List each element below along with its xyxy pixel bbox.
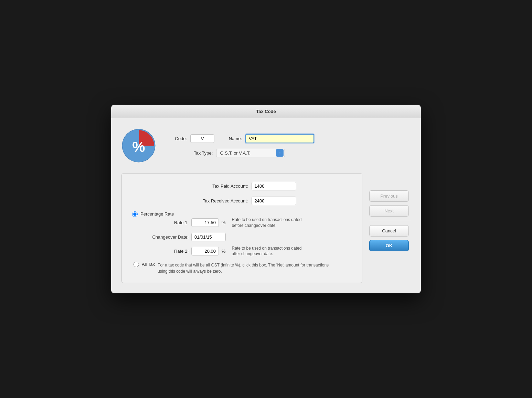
radio-section: Percentage Rate Rate 1: % Rate to be use…: [132, 211, 352, 274]
tax-paid-label: Tax Paid Account:: [188, 184, 248, 189]
name-label: Name:: [225, 136, 242, 141]
ok-button[interactable]: OK: [369, 240, 409, 251]
rate2-input[interactable]: [191, 247, 219, 255]
all-tax-radio[interactable]: [134, 262, 139, 267]
inner-box: Tax Paid Account: Tax Received Account:: [121, 173, 362, 283]
percentage-rate-section: Percentage Rate Rate 1: % Rate to be use…: [132, 211, 352, 257]
button-separator: [369, 221, 411, 221]
dialog-content: % Code: Name: Tax Type:: [111, 118, 421, 293]
previous-button[interactable]: Previous: [369, 190, 409, 202]
changeover-label: Changeover Date:: [140, 234, 189, 240]
rate2-percent-symbol: %: [222, 249, 226, 254]
all-tax-row: All Tax For a tax code that will be all …: [132, 262, 352, 274]
name-input[interactable]: [245, 134, 314, 143]
svg-text:%: %: [132, 139, 145, 155]
code-name-row: Code: Name:: [166, 134, 314, 143]
tax-type-select-wrapper: G.S.T. or V.A.T. G.S.T. V.A.T. None ↕: [216, 149, 285, 157]
tax-paid-row: Tax Paid Account:: [132, 182, 352, 190]
code-label: Code:: [166, 136, 187, 141]
tax-received-input[interactable]: [252, 197, 296, 205]
dialog-title: Tax Code: [256, 109, 276, 114]
rate1-desc: Rate to be used on transactions dated be…: [232, 217, 308, 229]
tax-icon: %: [121, 128, 156, 163]
code-input[interactable]: [190, 134, 214, 143]
right-buttons: Previous Next Cancel OK: [369, 128, 411, 251]
tax-received-label: Tax Received Account:: [188, 198, 248, 203]
percentage-rate-row: Percentage Rate: [132, 211, 352, 217]
all-tax-desc: For a tax code that will be all GST (inf…: [158, 262, 330, 274]
rate1-label: Rate 1:: [140, 220, 189, 225]
all-tax-label: All Tax: [142, 262, 155, 267]
tax-type-row: Tax Type: G.S.T. or V.A.T. G.S.T. V.A.T.…: [166, 149, 314, 157]
percentage-rate-label: Percentage Rate: [140, 211, 174, 217]
rate2-row: Rate 2: % Rate to be used on transaction…: [140, 245, 352, 257]
next-button[interactable]: Next: [369, 205, 409, 217]
rate1-row: Rate 1: % Rate to be used on transaction…: [140, 217, 352, 229]
tax-type-label: Tax Type:: [194, 150, 213, 156]
title-bar: Tax Code: [111, 105, 421, 118]
tax-paid-input[interactable]: [252, 182, 296, 190]
tax-received-row: Tax Received Account:: [132, 197, 352, 205]
tax-type-select[interactable]: G.S.T. or V.A.T. G.S.T. V.A.T. None: [216, 149, 285, 157]
rate1-input[interactable]: [191, 218, 219, 227]
main-layout: % Code: Name: Tax Type:: [121, 128, 411, 283]
rate1-percent-symbol: %: [222, 220, 226, 225]
cancel-button[interactable]: Cancel: [369, 225, 409, 237]
top-form-fields: Code: Name: Tax Type: G.S.T. or V.A.T.: [166, 134, 314, 157]
left-area: % Code: Name: Tax Type:: [121, 128, 362, 283]
changeover-row: Changeover Date:: [140, 233, 352, 241]
rate2-desc: Rate to be used on transactions dated af…: [232, 245, 308, 257]
percentage-rate-radio[interactable]: [132, 211, 138, 217]
dialog-window: Tax Code %: [111, 105, 421, 293]
rate2-label: Rate 2:: [140, 249, 189, 254]
changeover-input[interactable]: [191, 233, 226, 241]
top-section: % Code: Name: Tax Type:: [121, 128, 362, 166]
rate-rows: Rate 1: % Rate to be used on transaction…: [132, 217, 352, 257]
